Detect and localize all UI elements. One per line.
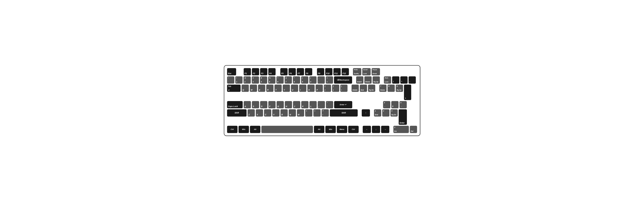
key-k[interactable]: K — [301, 101, 308, 108]
key-w[interactable]: W — [250, 85, 257, 92]
key-f11[interactable]: F11 — [334, 68, 341, 75]
key-y[interactable]: Y — [283, 85, 290, 92]
key-t[interactable]: T — [274, 85, 282, 92]
key-7[interactable]: & 7 — [285, 76, 292, 84]
key-l[interactable]: L — [310, 101, 317, 108]
key-numlock[interactable]: Num Lock — [384, 76, 391, 84]
key-lshift[interactable]: Shift — [227, 109, 246, 117]
key-prtsc[interactable]: PrtSc SysRq — [353, 68, 361, 75]
key-rshift[interactable]: Shift — [330, 109, 358, 117]
key-numslash[interactable]: / — [392, 76, 399, 84]
key-quote[interactable]: " ' — [326, 101, 333, 108]
key-numenter[interactable]: Enter — [399, 109, 407, 125]
key-p[interactable]: P — [316, 85, 323, 92]
key-n[interactable]: N — [289, 109, 296, 117]
key-a[interactable]: A — [244, 101, 251, 108]
key-equal[interactable]: + = — [326, 76, 333, 84]
key-0[interactable]: ) 0 — [309, 76, 316, 84]
key-num2[interactable]: 2 ↓ — [382, 109, 390, 117]
key-num7[interactable]: 7 Home — [379, 85, 386, 92]
key-end[interactable]: End — [360, 85, 367, 92]
key-num8[interactable]: 8 ↑ — [388, 85, 395, 92]
key-f[interactable]: F — [268, 101, 276, 108]
key-8[interactable]: * 8 — [293, 76, 300, 84]
key-j[interactable]: J — [293, 101, 300, 108]
key-lbracket[interactable]: { [ — [324, 85, 331, 92]
key-lwin[interactable]: Win — [238, 126, 249, 133]
key-rctrl[interactable]: Ctrl — [348, 126, 359, 133]
key-num6[interactable]: 6 → — [400, 101, 407, 108]
key-slash[interactable]: ? / — [322, 109, 329, 117]
key-esc[interactable]: Esc — [227, 68, 236, 75]
key-f3[interactable]: F3 — [260, 68, 267, 75]
key-numstar[interactable]: * — [400, 76, 408, 84]
key-r[interactable]: R — [266, 85, 274, 92]
key-leftarrow[interactable]: ← — [363, 126, 371, 133]
key-5[interactable]: % 5 — [268, 76, 276, 84]
key-num5[interactable]: 5 — [391, 101, 398, 108]
key-space[interactable] — [261, 126, 313, 133]
key-pgup[interactable]: Pg Up — [372, 76, 380, 84]
key-num0[interactable]: 0 Ins — [393, 126, 409, 133]
key-x[interactable]: X — [256, 109, 263, 117]
key-rbracket[interactable]: } ] — [332, 85, 339, 92]
key-9[interactable]: ( 9 — [301, 76, 308, 84]
key-lalt[interactable]: Alt — [250, 126, 260, 133]
key-scroll[interactable]: Scroll Lock — [362, 68, 371, 75]
key-comma[interactable]: < , — [305, 109, 312, 117]
key-num1[interactable]: 1 End — [374, 109, 381, 117]
key-f6[interactable]: F6 — [288, 68, 296, 75]
key-pause[interactable]: Pause Break — [372, 68, 380, 75]
key-f5[interactable]: F5 — [280, 68, 288, 75]
key-4[interactable]: $ 4 — [260, 76, 267, 84]
key-z[interactable]: Z — [248, 109, 255, 117]
key-period[interactable]: > . — [313, 109, 320, 117]
key-f1[interactable]: F1 — [244, 68, 251, 75]
key-lctrl[interactable]: Ctrl — [227, 126, 238, 133]
key-capslock[interactable]: Caps Lock — [227, 101, 243, 108]
key-d[interactable]: D — [260, 101, 267, 108]
key-c[interactable]: C — [264, 109, 271, 117]
key-v[interactable]: V — [272, 109, 280, 117]
key-backslash[interactable]: | \ — [340, 85, 348, 92]
key-tab[interactable]: Tab ⇄ — [227, 85, 240, 92]
key-num4[interactable]: 4 ← — [383, 101, 390, 108]
key-e[interactable]: E — [258, 85, 265, 92]
key-h[interactable]: H — [285, 101, 292, 108]
key-f4[interactable]: F4 — [268, 68, 276, 75]
key-3[interactable]: # 3 — [252, 76, 259, 84]
key-home[interactable]: Home — [364, 76, 372, 84]
key-delete[interactable]: Delete — [352, 85, 359, 92]
key-enter[interactable]: Enter ↵ — [334, 101, 352, 108]
key-b[interactable]: B — [280, 109, 288, 117]
key-1[interactable]: ! 1 — [235, 76, 242, 84]
key-f7[interactable]: F7 — [297, 68, 304, 75]
key-rwin[interactable]: Win — [325, 126, 336, 133]
key-s[interactable]: S — [252, 101, 259, 108]
key-num3[interactable]: 3 Pg Dn — [390, 109, 398, 117]
key-2[interactable]: @ 2 — [244, 76, 251, 84]
key-i[interactable]: I — [299, 85, 306, 92]
key-u[interactable]: U — [291, 85, 298, 92]
key-pgdn[interactable]: Pg Dn — [368, 85, 375, 92]
key-ralt[interactable]: Alt — [314, 126, 324, 133]
key-o[interactable]: O — [307, 85, 314, 92]
key-f9[interactable]: F9 — [317, 68, 324, 75]
key-minus[interactable]: _ - — [318, 76, 325, 84]
key-f10[interactable]: F10 — [325, 68, 332, 75]
key-num9[interactable]: 9 Pg Up — [396, 85, 403, 92]
key-menu[interactable]: Menu — [337, 126, 347, 133]
key-f2[interactable]: F2 — [252, 68, 259, 75]
key-f8[interactable]: F8 — [305, 68, 312, 75]
key-numplus[interactable]: + — [404, 85, 411, 100]
key-q[interactable]: Q — [242, 85, 249, 92]
key-m[interactable]: M — [297, 109, 304, 117]
key-6[interactable]: ^ 6 — [276, 76, 284, 84]
key-f12[interactable]: F12 — [342, 68, 349, 75]
key-uparrow[interactable]: ↑ — [362, 109, 370, 117]
key-numminus[interactable]: - — [408, 76, 416, 84]
key-numdot[interactable]: . Del — [410, 126, 417, 133]
key-insert[interactable]: Insert — [356, 76, 364, 84]
key-semicolon[interactable]: : ; — [318, 101, 325, 108]
key-downarrow[interactable]: ↓ — [372, 126, 380, 133]
